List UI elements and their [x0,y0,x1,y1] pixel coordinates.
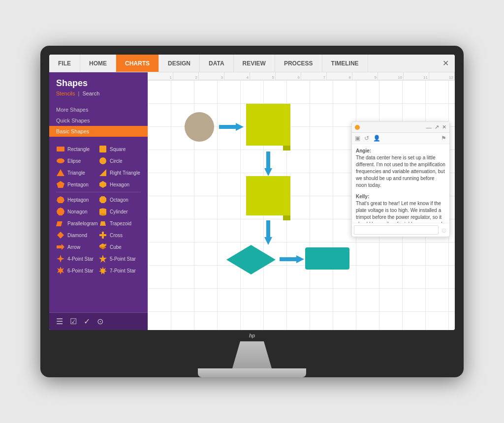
menu-process[interactable]: PROCESS [275,55,322,72]
chat-maximize-button[interactable]: ↗ [435,124,439,130]
stencils-link[interactable]: Stencils [56,91,75,96]
shape-octagon[interactable]: Octagon [98,195,141,204]
ruler-mark: 4 [224,72,250,80]
canvas-area[interactable]: 1 2 3 4 5 6 7 8 9 10 11 12 [148,72,455,330]
shape-6point-star[interactable]: 6-Point Star [56,266,98,275]
app-container: FILE HOME CHARTS DESIGN DATA REVIEW PROC… [49,55,455,330]
svg-marker-35 [264,220,272,245]
shape-row: Elipse Circle [56,156,141,165]
svg-marker-27 [99,267,107,274]
shape-row: Diamond Cross [56,231,141,240]
shape-parallelogram[interactable]: Parallelogram [56,219,98,228]
menu-design[interactable]: DESIGN [159,55,200,72]
footer-settings-icon[interactable]: ⊙ [97,317,103,326]
shape-cross-label: Cross [110,233,123,238]
shape-circle-label: Circle [110,158,123,164]
sidebar-more-shapes[interactable]: More Shapes [49,104,148,115]
menu-data[interactable]: DATA [200,55,234,72]
shape-4point-star[interactable]: 4-Point Star [56,254,98,263]
monitor-screen: FILE HOME CHARTS DESIGN DATA REVIEW PROC… [49,55,455,330]
shape-row: Arrow Cube [56,242,141,251]
menu-timeline[interactable]: TIMELINE [322,55,368,72]
svg-marker-7 [99,181,106,188]
footer-check-icon[interactable]: ✓ [84,317,90,326]
svg-marker-8 [57,196,64,203]
shape-5point-star-label: 5-Point Star [110,256,136,262]
shape-parallelogram-label: Parallelogram [67,221,98,226]
shape-elipse[interactable]: Elipse [56,156,98,165]
shape-pentagon[interactable]: Pentagon [56,180,98,189]
sidebar-basic-shapes[interactable]: Basic Shapes [49,126,148,137]
shape-right-triangle-label: Right Triangle [110,170,140,176]
ruler-mark: 10 [378,72,404,80]
svg-marker-10 [57,208,64,215]
shape-cube-label: Cube [110,244,122,250]
shape-5point-star[interactable]: 5-Point Star [98,254,141,263]
chat-emoji-icon[interactable]: ☺ [441,226,447,234]
shape-heptagon[interactable]: Heptagon [56,195,98,204]
shape-nonagon[interactable]: Nonagon [56,207,98,216]
svg-marker-36 [226,245,276,274]
svg-rect-0 [57,147,64,151]
footer-list-icon[interactable]: ☰ [56,317,63,326]
shape-square[interactable]: Square [98,145,141,153]
shape-circle[interactable]: Circle [98,156,141,165]
shape-cylinder[interactable]: Cylinder [98,207,141,216]
svg-rect-18 [99,234,106,236]
chat-refresh-icon[interactable]: ↺ [364,135,369,142]
menu-review[interactable]: REVIEW [234,55,275,72]
shape-trapezoid[interactable]: Trapezoid [98,219,141,228]
ruler-mark: 11 [404,72,429,80]
ruler-mark: 8 [327,72,352,80]
shape-row: 6-Point Star 7-Point Star [56,266,141,275]
shape-row: Parallelogram Trapezoid [56,219,141,228]
shape-6point-star-label: 6-Point Star [67,268,94,273]
flowchart-arrow-down-1 [262,151,274,176]
svg-marker-19 [57,244,64,250]
svg-marker-15 [100,221,106,226]
shape-triangle[interactable]: Triangle [56,168,98,177]
close-button[interactable]: ✕ [437,55,455,72]
chat-header: — ↗ ✕ [352,122,449,133]
menu-bar: FILE HOME CHARTS DESIGN DATA REVIEW PROC… [49,55,455,72]
ruler-top: 1 2 3 4 5 6 7 8 9 10 11 12 [148,72,455,80]
shape-diamond[interactable]: Diamond [56,231,98,240]
chat-users-icon[interactable]: 👤 [373,135,380,142]
shape-4point-star-label: 4-Point Star [67,256,94,262]
svg-rect-1 [99,146,106,152]
footer-checklist-icon[interactable]: ☑ [70,317,77,326]
hp-logo-text: hp [249,333,255,338]
ruler-mark: 3 [199,72,224,80]
chat-minimize-button[interactable]: — [426,124,432,130]
chat-input[interactable] [354,225,439,235]
sidebar-footer: ☰ ☑ ✓ ⊙ [49,312,148,330]
shape-diamond-label: Diamond [67,233,87,238]
svg-marker-4 [57,169,64,176]
link-divider: | [78,91,80,96]
chat-video-icon[interactable]: ▣ [355,135,360,142]
shape-arrow[interactable]: Arrow [56,242,98,251]
svg-point-12 [99,209,106,211]
shape-trapezoid-label: Trapezoid [110,221,131,226]
shape-hexagon[interactable]: Hexagon [98,180,141,189]
shape-7point-star[interactable]: 7-Point Star [98,266,141,275]
shape-cube[interactable]: Cube [98,242,141,251]
search-link[interactable]: Search [82,91,99,96]
chat-status-dot [355,125,360,130]
chat-text-2: That's great to hear! Let me know if the… [356,200,445,223]
menu-home[interactable]: HOME [80,55,116,72]
flowchart-arrow-right-1 [219,121,244,133]
shape-rectangle[interactable]: Rectangle [56,145,98,153]
chat-flag-icon[interactable]: ⚑ [441,135,446,142]
shape-right-triangle[interactable]: Right Triangle [98,168,141,177]
chat-close-button[interactable]: ✕ [442,124,446,130]
shape-cross[interactable]: Cross [98,231,141,240]
sidebar-quick-shapes[interactable]: Quick Shapes [49,115,148,126]
menu-charts[interactable]: CHARTS [116,55,159,72]
ruler-mark: 9 [352,72,378,80]
monitor: FILE HOME CHARTS DESIGN DATA REVIEW PROC… [40,46,464,377]
menu-file[interactable]: FILE [49,55,80,72]
svg-marker-34 [283,215,290,220]
svg-marker-6 [57,181,64,188]
svg-rect-33 [246,176,290,215]
